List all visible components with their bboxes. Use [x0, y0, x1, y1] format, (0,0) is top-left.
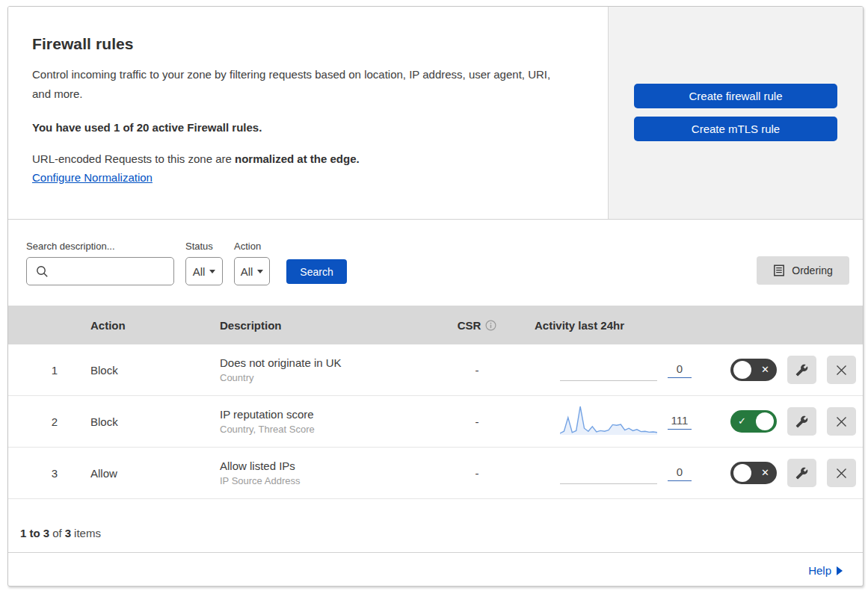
- table-row: 2 Block IP reputation score Country, Thr…: [8, 396, 863, 448]
- status-dropdown[interactable]: All: [185, 257, 223, 285]
- total-text: 3: [65, 527, 71, 539]
- wrench-icon: [795, 364, 808, 377]
- close-icon: [835, 467, 848, 480]
- normalization-bold: normalized at the edge.: [235, 152, 360, 165]
- toggle-knob: [733, 464, 751, 482]
- ordering-button-label: Ordering: [792, 264, 832, 276]
- action-dropdown[interactable]: All: [234, 257, 270, 285]
- table-row: 3 Allow Allow listed IPs IP Source Addre…: [8, 448, 863, 499]
- csr-value: -: [421, 364, 533, 377]
- info-icon[interactable]: [485, 320, 496, 331]
- enable-toggle[interactable]: [730, 359, 777, 381]
- actions-panel: Create firewall rule Create mTLS rule: [608, 7, 863, 219]
- chevron-down-icon: [209, 270, 215, 273]
- search-input[interactable]: [26, 257, 174, 285]
- help-link[interactable]: Help: [808, 564, 843, 577]
- activity-count-link[interactable]: 0: [668, 465, 692, 481]
- rule-controls: [709, 356, 863, 384]
- table-row: 1 Block Does not originate in UK Country…: [8, 344, 863, 396]
- table-body: 1 Block Does not originate in UK Country…: [8, 344, 863, 499]
- search-label: Search description...: [26, 241, 174, 252]
- rule-fields: Country, Threat Score: [220, 424, 421, 435]
- arrow-right-icon: [837, 566, 843, 575]
- items-text: items: [74, 527, 101, 539]
- usage-text: You have used 1 of 20 active Firewall ru…: [32, 121, 578, 134]
- action-dropdown-value: All: [241, 265, 253, 278]
- rule-description-cell: IP reputation score Country, Threat Scor…: [209, 408, 421, 435]
- rule-fields: IP Source Address: [220, 475, 421, 486]
- toggle-knob: [733, 361, 751, 379]
- close-icon: [835, 364, 848, 377]
- rule-description: IP reputation score: [220, 408, 421, 421]
- wrench-icon: [795, 415, 808, 428]
- csr-column-header: CSR: [421, 319, 533, 332]
- header-section: Firewall rules Control incoming traffic …: [8, 7, 863, 220]
- enable-toggle[interactable]: [730, 410, 777, 433]
- page-title: Firewall rules: [32, 35, 578, 53]
- rule-priority: 3: [8, 467, 80, 480]
- csr-value: -: [421, 467, 533, 480]
- help-bar: Help: [8, 553, 863, 587]
- firewall-rules-card: Firewall rules Control incoming traffic …: [7, 6, 864, 587]
- edit-rule-button[interactable]: [787, 407, 816, 436]
- delete-rule-button[interactable]: [827, 356, 856, 384]
- rule-action: Block: [80, 415, 209, 428]
- normalization-text: URL-encoded Requests to this zone are no…: [32, 152, 578, 165]
- description-column-header: Description: [209, 319, 421, 332]
- delete-rule-button[interactable]: [827, 459, 856, 487]
- activity-cell: 0: [533, 457, 709, 489]
- chevron-down-icon: [257, 270, 263, 273]
- activity-sparkline: [560, 405, 657, 438]
- rule-description-cell: Allow listed IPs IP Source Address: [209, 460, 421, 486]
- rule-controls: [709, 459, 863, 487]
- action-label: Action: [234, 241, 270, 252]
- magnifier-icon: [36, 265, 49, 278]
- list-document-icon: [773, 264, 785, 276]
- rule-priority: 1: [8, 364, 80, 377]
- ordering-button[interactable]: Ordering: [757, 256, 849, 285]
- activity-column-header: Activity last 24hr: [533, 319, 709, 332]
- edit-rule-button[interactable]: [787, 356, 816, 384]
- help-link-label: Help: [808, 564, 831, 577]
- toggle-knob: [756, 412, 774, 430]
- rule-action: Allow: [80, 467, 209, 480]
- zero-activity-line: [560, 380, 657, 381]
- filter-bar: Search description... Status All Action …: [8, 220, 863, 306]
- create-firewall-rule-button[interactable]: Create firewall rule: [634, 84, 837, 108]
- header-text-block: Firewall rules Control incoming traffic …: [8, 7, 608, 219]
- edit-rule-button[interactable]: [787, 459, 816, 487]
- activity-cell: 111: [533, 405, 709, 438]
- delete-rule-button[interactable]: [827, 407, 856, 436]
- table-header: Action Description CSR Activity last 24h…: [8, 306, 863, 344]
- activity-cell: 0: [533, 353, 709, 386]
- rule-priority: 2: [8, 415, 80, 428]
- configure-normalization-link[interactable]: Configure Normalization: [32, 171, 153, 184]
- activity-sparkline: [560, 457, 657, 489]
- rule-action: Block: [80, 364, 209, 377]
- rule-fields: Country: [220, 372, 421, 383]
- zero-activity-line: [560, 483, 657, 484]
- activity-sparkline: [560, 353, 657, 386]
- rule-description-cell: Does not originate in UK Country: [209, 356, 421, 383]
- status-label: Status: [185, 241, 223, 252]
- search-button[interactable]: Search: [286, 259, 347, 284]
- rule-description: Does not originate in UK: [220, 356, 421, 369]
- csr-header-label: CSR: [458, 319, 481, 332]
- status-dropdown-value: All: [193, 265, 206, 278]
- normalization-prefix: URL-encoded Requests to this zone are: [32, 152, 235, 165]
- create-mtls-rule-button[interactable]: Create mTLS rule: [634, 117, 837, 141]
- close-icon: [835, 415, 848, 428]
- pagination-summary: 1 to 3 of 3 items: [8, 499, 863, 553]
- of-text: of: [52, 527, 62, 539]
- wrench-icon: [795, 467, 808, 480]
- rule-description: Allow listed IPs: [220, 460, 421, 472]
- page-description: Control incoming traffic to your zone by…: [32, 65, 570, 105]
- enable-toggle[interactable]: [730, 462, 777, 484]
- activity-count-link[interactable]: 111: [668, 414, 692, 430]
- csr-value: -: [421, 415, 533, 428]
- rule-controls: [709, 407, 863, 436]
- activity-count-link[interactable]: 0: [668, 362, 692, 378]
- range-text: 1 to 3: [20, 527, 49, 539]
- action-column-header: Action: [80, 319, 209, 332]
